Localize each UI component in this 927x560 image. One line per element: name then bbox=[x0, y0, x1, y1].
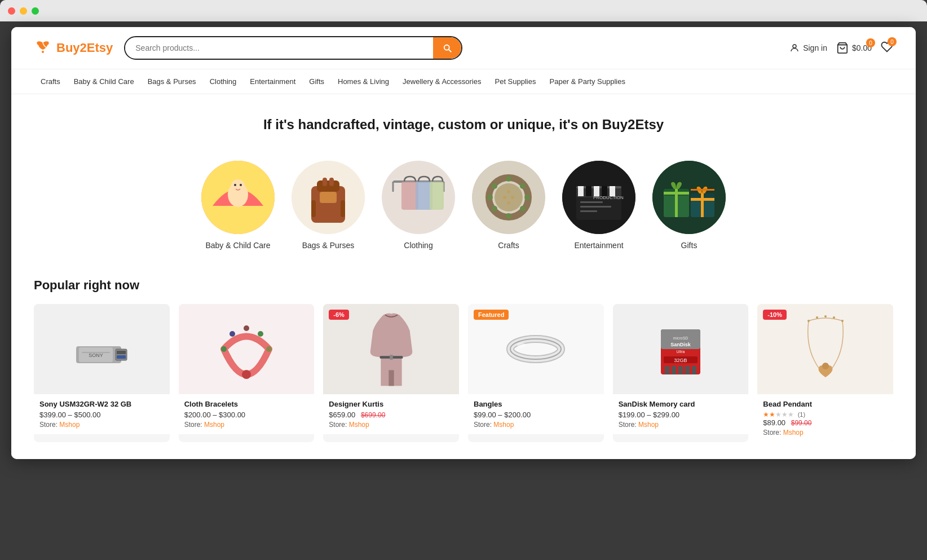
product-info-kurtis: Designer Kurtis $659.00 $699.00 Store: M… bbox=[323, 394, 459, 434]
svg-rect-58 bbox=[701, 193, 704, 217]
product-price-memcard: $199.00 – $299.00 bbox=[619, 411, 743, 419]
nav-item-baby[interactable]: Baby & Child Care bbox=[67, 69, 141, 94]
nav-item-pet[interactable]: Pet Supplies bbox=[488, 69, 543, 94]
search-bar bbox=[124, 36, 462, 60]
svg-rect-15 bbox=[341, 200, 345, 217]
svg-point-5 bbox=[231, 179, 245, 193]
badge-pendant: -10% bbox=[763, 310, 787, 320]
category-crafts[interactable]: Crafts bbox=[472, 161, 545, 250]
svg-rect-14 bbox=[311, 200, 316, 217]
main-nav: Crafts Baby & Child Care Bags & Purses C… bbox=[11, 69, 916, 94]
logo-text: Buy2Etsy bbox=[56, 41, 113, 55]
hero-section: If it's handcrafted, vintage, custom or … bbox=[11, 94, 916, 144]
product-info-bracelets: Cloth Bracelets $200.00 – $300.00 Store:… bbox=[179, 394, 315, 434]
nav-item-paper[interactable]: Paper & Party Supplies bbox=[543, 69, 632, 94]
mac-titlebar bbox=[0, 0, 927, 21]
svg-point-31 bbox=[492, 206, 497, 211]
products-grid: SONY Sony USM32GR-W2 32 GB $399.00 – $50… bbox=[34, 304, 893, 442]
svg-point-69 bbox=[221, 346, 227, 352]
svg-point-25 bbox=[495, 183, 523, 211]
category-crafts-label: Crafts bbox=[498, 241, 519, 250]
cart-badge: 0 bbox=[866, 38, 875, 47]
product-card-bangles[interactable]: Featured Bangles $99.00 – $200.00 Store:… bbox=[468, 304, 604, 442]
svg-point-30 bbox=[506, 213, 511, 219]
svg-rect-47 bbox=[580, 201, 603, 203]
nav-item-gifts[interactable]: Gifts bbox=[302, 69, 331, 94]
nav-item-crafts[interactable]: Crafts bbox=[34, 69, 67, 94]
product-store-bangles: Store: Mshop bbox=[474, 421, 598, 429]
svg-point-6 bbox=[234, 184, 236, 186]
svg-text:32GB: 32GB bbox=[674, 358, 687, 363]
svg-point-98 bbox=[841, 320, 844, 322]
category-entertainment-image: PRODUCTION bbox=[562, 161, 635, 234]
product-store-kurtis: Store: Mshop bbox=[329, 421, 453, 429]
product-info-memcard: SanDisk Memory card $199.00 – $299.00 St… bbox=[613, 394, 749, 434]
nav-item-clothing[interactable]: Clothing bbox=[203, 69, 244, 94]
product-image-bracelets bbox=[179, 304, 315, 394]
cart-button[interactable]: 0 $0.00 bbox=[836, 42, 872, 54]
category-entertainment[interactable]: PRODUCTION Entertainment bbox=[562, 161, 635, 250]
product-name-usb: Sony USM32GR-W2 32 GB bbox=[39, 400, 164, 408]
product-price-bangles: $99.00 – $200.00 bbox=[474, 411, 598, 419]
product-info-bangles: Bangles $99.00 – $200.00 Store: Mshop bbox=[468, 394, 604, 434]
svg-point-95 bbox=[816, 316, 818, 319]
product-store-bracelets: Store: Mshop bbox=[184, 421, 309, 429]
product-card-usb[interactable]: SONY Sony USM32GR-W2 32 GB $399.00 – $50… bbox=[34, 304, 170, 442]
svg-point-27 bbox=[520, 183, 526, 189]
category-baby-label: Baby & Child Care bbox=[205, 241, 270, 250]
product-card-memcard[interactable]: SanDisk Ultra 32GB microSD SanDisk Memor… bbox=[613, 304, 749, 442]
badge-bangles: Featured bbox=[474, 310, 509, 320]
product-image-usb: SONY bbox=[34, 304, 170, 394]
nav-item-homes[interactable]: Homes & Living bbox=[331, 69, 396, 94]
nav-item-jewellery[interactable]: Jewellery & Accessories bbox=[396, 69, 488, 94]
svg-rect-84 bbox=[672, 366, 676, 374]
hero-tagline: If it's handcrafted, vintage, custom or … bbox=[23, 117, 904, 133]
svg-rect-10 bbox=[317, 180, 339, 192]
product-price-kurtis: $659.00 $699.00 bbox=[329, 411, 453, 419]
svg-rect-55 bbox=[664, 192, 689, 195]
svg-point-96 bbox=[824, 315, 827, 318]
product-card-kurtis[interactable]: -6% Designer Kurtis $659.00 $699.00 bbox=[323, 304, 459, 442]
svg-text:SanDisk: SanDisk bbox=[670, 342, 691, 347]
sign-in-button[interactable]: Sign in bbox=[789, 43, 827, 53]
search-input[interactable] bbox=[125, 38, 433, 58]
svg-point-68 bbox=[242, 370, 251, 379]
search-button[interactable] bbox=[433, 37, 461, 59]
wishlist-button[interactable]: 0 bbox=[881, 41, 893, 55]
category-clothing-image bbox=[382, 161, 455, 234]
sign-in-label: Sign in bbox=[803, 43, 827, 52]
product-name-bracelets: Cloth Bracelets bbox=[184, 400, 309, 408]
category-bags-image bbox=[292, 161, 365, 234]
svg-point-0 bbox=[42, 51, 44, 53]
product-card-bracelets[interactable]: Cloth Bracelets $200.00 – $300.00 Store:… bbox=[179, 304, 315, 442]
category-clothing[interactable]: Clothing bbox=[382, 161, 455, 250]
product-price-bracelets: $200.00 – $300.00 bbox=[184, 411, 309, 419]
svg-point-7 bbox=[240, 184, 242, 186]
svg-rect-59 bbox=[691, 198, 714, 201]
maximize-button[interactable] bbox=[32, 7, 39, 15]
svg-point-97 bbox=[833, 316, 835, 319]
svg-text:PRODUCTION: PRODUCTION bbox=[593, 195, 624, 200]
browser-window: Buy2Etsy Sign in 0 $0.00 0 C bbox=[11, 27, 916, 459]
nav-item-bags[interactable]: Bags & Purses bbox=[141, 69, 203, 94]
close-button[interactable] bbox=[8, 7, 15, 15]
nav-item-entertainment[interactable]: Entertainment bbox=[243, 69, 302, 94]
badge-kurtis: -6% bbox=[329, 310, 349, 320]
category-gifts[interactable]: Gifts bbox=[652, 161, 726, 250]
minimize-button[interactable] bbox=[20, 7, 27, 15]
category-baby[interactable]: Baby & Child Care bbox=[201, 161, 275, 250]
svg-point-32 bbox=[487, 195, 493, 200]
category-bags[interactable]: Bags & Purses bbox=[292, 161, 365, 250]
popular-section: Popular right now SONY bbox=[11, 261, 916, 459]
svg-point-1 bbox=[793, 45, 796, 48]
svg-point-72 bbox=[258, 331, 263, 337]
svg-point-28 bbox=[524, 195, 530, 200]
svg-rect-42 bbox=[578, 186, 584, 196]
logo[interactable]: Buy2Etsy bbox=[34, 37, 113, 59]
svg-rect-85 bbox=[678, 366, 683, 374]
svg-point-34 bbox=[507, 190, 510, 193]
svg-point-94 bbox=[807, 320, 810, 322]
product-info-pendant: Bead Pendant ★★★★★ (1) $89.00 $99.00 Sto… bbox=[757, 394, 893, 442]
header-actions: Sign in 0 $0.00 0 bbox=[789, 41, 893, 55]
product-card-pendant[interactable]: -10% bbox=[757, 304, 893, 442]
